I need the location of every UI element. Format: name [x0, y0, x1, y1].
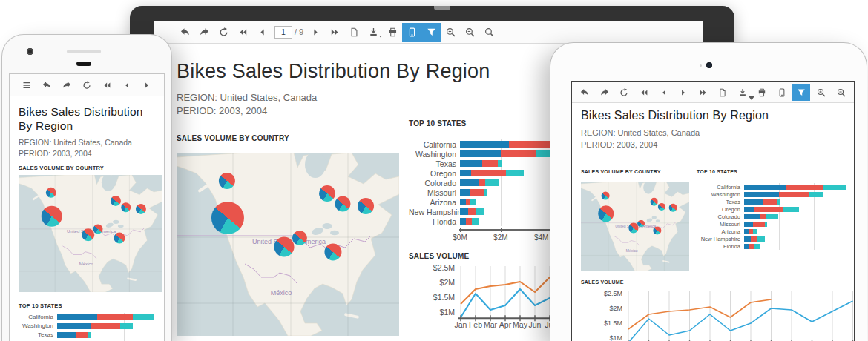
- prev-page-button[interactable]: [252, 23, 272, 42]
- bar-track: [744, 199, 852, 205]
- prev-page-button[interactable]: [655, 84, 673, 101]
- bar-category-label: Missouri: [697, 221, 744, 228]
- zoom-out-button[interactable]: [460, 23, 479, 42]
- bar-track: [744, 229, 852, 234]
- bars-panel: TOP 10 STATES California Washington Texa…: [697, 163, 852, 271]
- bar-track: [744, 236, 852, 242]
- menu-icon: [22, 81, 31, 90]
- refresh-icon: [82, 81, 91, 90]
- last-page-button[interactable]: [325, 23, 344, 42]
- search-button[interactable]: [479, 23, 499, 42]
- parameters-panel-button[interactable]: [402, 23, 421, 42]
- next-page-button[interactable]: [306, 23, 325, 42]
- arrow-forward-icon: [600, 88, 609, 97]
- tablet-sensor-dot: [700, 64, 702, 67]
- parameters-panel-button[interactable]: [773, 84, 791, 101]
- map-pie: [211, 202, 244, 234]
- bar-segment-red: [509, 141, 552, 148]
- tablet-report-document: Bikes Sales Distribution By Region REGIO…: [572, 103, 854, 341]
- first-page-button[interactable]: [99, 76, 114, 94]
- tablet-camera: [706, 62, 712, 68]
- next-page-button[interactable]: [139, 76, 154, 94]
- bar-segment-teal: [470, 199, 476, 205]
- bar-segment-red: [786, 185, 823, 190]
- panels-row: SALES VOLUME BY COUNTRY United States of…: [581, 163, 845, 271]
- forward-button[interactable]: [194, 23, 214, 42]
- first-page-button[interactable]: [233, 23, 252, 42]
- bar-segment-red: [760, 214, 766, 219]
- caret-down-icon: [747, 93, 752, 98]
- axis-tick-label: $0M: [453, 234, 467, 242]
- tablet-report-toolbar: [572, 82, 854, 103]
- bar-segment-teal: [120, 323, 133, 329]
- back-button[interactable]: [576, 84, 594, 101]
- zoom-out-button[interactable]: [832, 84, 850, 101]
- bar-segment-red: [482, 160, 498, 167]
- zoom-in-button[interactable]: [441, 23, 460, 42]
- report-parameters: REGION: United States, Canada PERIOD: 20…: [19, 137, 155, 159]
- forward-button[interactable]: [59, 76, 74, 94]
- prev-page-button[interactable]: [119, 76, 134, 94]
- series-orange: [628, 299, 772, 329]
- series-orange: [461, 274, 565, 304]
- svg-text:Apr: Apr: [499, 320, 512, 329]
- print-button[interactable]: [753, 84, 771, 101]
- map-pie: [121, 202, 131, 213]
- refresh-button[interactable]: [79, 76, 94, 94]
- bar-segment-teal: [765, 222, 766, 227]
- zoom-in-button[interactable]: [812, 84, 830, 101]
- filters-button[interactable]: [421, 23, 441, 42]
- y-axis-labels: $1M$1.5M$2M$2.5M: [433, 263, 455, 317]
- map-panel: SALES VOLUME BY COUNTRY United States of…: [177, 130, 399, 336]
- map-pie: [93, 225, 103, 234]
- bar-segment-blue: [460, 141, 509, 148]
- svg-text:May: May: [513, 320, 528, 329]
- page-view-button[interactable]: [714, 84, 731, 101]
- svg-text:Jun: Jun: [529, 320, 542, 329]
- y-axis-labels: $1M$1.5M$2M$2.5M: [604, 290, 622, 341]
- line-panel-title: SALES VOLUME: [581, 279, 845, 285]
- menu-button[interactable]: [19, 76, 34, 94]
- map-pie: [637, 220, 645, 228]
- map-pie: [114, 233, 125, 244]
- refresh-button[interactable]: [615, 84, 633, 101]
- print-icon: [757, 88, 766, 97]
- phone-screen: Bikes Sales Distribution By Region REGIO…: [9, 73, 165, 341]
- bar-segment-blue: [57, 323, 91, 329]
- back-button[interactable]: [39, 76, 54, 94]
- refresh-icon: [219, 27, 228, 37]
- page-view-button[interactable]: [344, 23, 364, 42]
- first-page-button[interactable]: [635, 84, 653, 101]
- filter-icon: [427, 27, 436, 37]
- bar-track: [57, 323, 161, 329]
- bar-segment-red: [91, 323, 120, 329]
- bar-row: Washington: [19, 322, 155, 331]
- report-title: Bikes Sales Distribution By Region: [581, 109, 845, 122]
- bar-segment-teal: [498, 160, 502, 167]
- bar-track: [744, 192, 852, 197]
- back-button[interactable]: [175, 23, 194, 42]
- tablet-screen: Bikes Sales Distribution By Region REGIO…: [571, 81, 855, 341]
- download-button[interactable]: [364, 23, 383, 42]
- bar-segment-blue: [744, 199, 763, 205]
- print-button[interactable]: [383, 23, 402, 42]
- svg-text:$1M: $1M: [609, 334, 622, 341]
- download-button[interactable]: [734, 84, 752, 101]
- svg-text:Jan: Jan: [455, 320, 467, 329]
- page-number-input[interactable]: [274, 26, 292, 39]
- bar-segment-teal: [757, 236, 766, 242]
- refresh-button[interactable]: [214, 23, 233, 42]
- bar-category-label: Arizona: [697, 228, 744, 235]
- next-page-button[interactable]: [674, 84, 692, 101]
- map-pie: [602, 191, 610, 199]
- last-page-button[interactable]: [694, 84, 712, 101]
- document-icon: [718, 88, 727, 97]
- filters-button[interactable]: [792, 84, 810, 101]
- bar-category-label: Florida: [409, 217, 460, 226]
- bar-track: [57, 332, 161, 338]
- forward-button[interactable]: [596, 84, 614, 101]
- bar-segment-teal: [133, 314, 154, 320]
- map-panel: SALES VOLUME BY COUNTRY United States of…: [581, 163, 691, 271]
- bars-panel-title: TOP 10 STATES: [697, 169, 737, 174]
- bar-segment-teal: [809, 192, 823, 197]
